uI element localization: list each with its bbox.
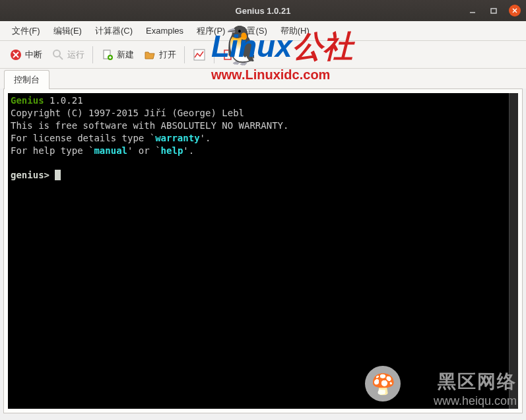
menubar: 文件(F) 编辑(E) 计算器(C) Examples 程序(P) 设置(S) … [0, 21, 526, 41]
run-button: 运行 [48, 46, 88, 64]
terminal-prompt: genius> [11, 170, 55, 180]
toolbar-separator [92, 46, 93, 63]
terminal-license-post: '. [200, 133, 211, 143]
interrupt-button[interactable]: 中断 [5, 46, 46, 64]
toolbar-separator [214, 46, 214, 63]
terminal-help-kw: help [161, 145, 183, 156]
terminal-help-pre: For help type ` [11, 145, 94, 156]
exit-icon [222, 48, 236, 61]
exit-label: 退出 [238, 49, 255, 61]
menu-examples[interactable]: Examples [141, 24, 189, 38]
toolbar-separator [184, 46, 185, 63]
window-title: Genius 1.0.21 [236, 6, 291, 16]
menu-program[interactable]: 程序(P) [191, 23, 230, 39]
toolbar: 中断 运行 新建 打开 退出 [0, 41, 526, 69]
menu-calculator[interactable]: 计算器(C) [90, 23, 138, 39]
minimize-button[interactable] [467, 5, 478, 17]
exit-button[interactable]: 退出 [218, 46, 259, 64]
new-button[interactable]: 新建 [97, 46, 138, 64]
close-button[interactable] [509, 5, 521, 17]
svg-point-7 [53, 50, 60, 57]
open-label: 打开 [159, 49, 176, 61]
menu-file[interactable]: 文件(F) [7, 23, 46, 39]
stop-icon [9, 48, 22, 61]
new-file-icon [101, 48, 114, 61]
terminal-copyright: Copyright (C) 1997-2015 Jiří (George) Le… [11, 108, 244, 118]
terminal-cursor [55, 170, 61, 180]
terminal-scrollbar[interactable] [509, 93, 518, 409]
svg-rect-1 [491, 9, 496, 13]
terminal-manual-kw: manual [94, 145, 127, 156]
terminal-app-name: Genius [11, 95, 44, 106]
terminal-container: Genius 1.0.21 Copyright (C) 1997-2015 Ji… [3, 88, 523, 413]
new-label: 新建 [117, 49, 134, 61]
gear-run-icon [51, 48, 65, 61]
folder-open-icon [143, 48, 156, 61]
maximize-button[interactable] [488, 5, 500, 17]
run-label: 运行 [67, 49, 84, 61]
menu-settings[interactable]: 设置(S) [233, 23, 272, 39]
open-button[interactable]: 打开 [139, 46, 180, 64]
terminal-help-mid: ' or ` [127, 145, 161, 156]
terminal-warranty-kw: warranty [155, 133, 199, 143]
terminal-version: 1.0.21 [49, 95, 83, 106]
menu-help[interactable]: 帮助(H) [275, 23, 315, 39]
titlebar: Genius 1.0.21 [0, 0, 526, 21]
terminal-license-pre: For license details type ` [11, 133, 155, 143]
plot-button[interactable] [189, 46, 210, 64]
terminal-help-post: '. [183, 145, 194, 156]
menu-edit[interactable]: 编辑(E) [48, 23, 87, 39]
terminal-warranty: This is free software with ABSOLUTELY NO… [11, 120, 288, 131]
plot-icon [193, 48, 206, 61]
tab-console[interactable]: 控制台 [4, 70, 49, 89]
terminal[interactable]: Genius 1.0.21 Copyright (C) 1997-2015 Ji… [8, 93, 509, 409]
tab-strip: 控制台 [0, 69, 526, 88]
interrupt-label: 中断 [25, 49, 42, 61]
